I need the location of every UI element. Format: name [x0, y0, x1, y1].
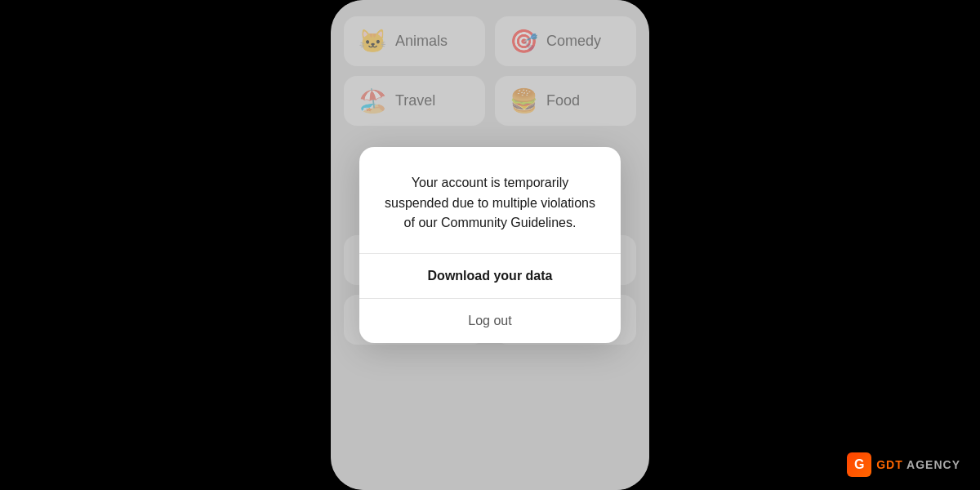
- suspension-modal: Your account is temporarily suspended du…: [359, 147, 621, 343]
- watermark-logo-icon: G: [847, 452, 871, 477]
- watermark-gdt: GDT: [876, 458, 906, 471]
- modal-message: Your account is temporarily suspended du…: [382, 173, 598, 234]
- modal-body: Your account is temporarily suspended du…: [359, 147, 621, 253]
- watermark: G GDT AGENCY: [847, 452, 960, 477]
- watermark-text: GDT AGENCY: [876, 458, 960, 471]
- watermark-agency: AGENCY: [906, 458, 960, 471]
- phone-screen: 🐱 Animals 🎯 Comedy 🏖️ Travel 🍔 Food 💃 Da…: [331, 0, 649, 490]
- logout-button[interactable]: Log out: [359, 299, 621, 343]
- modal-overlay: Your account is temporarily suspended du…: [331, 0, 649, 490]
- download-data-button[interactable]: Download your data: [359, 254, 621, 298]
